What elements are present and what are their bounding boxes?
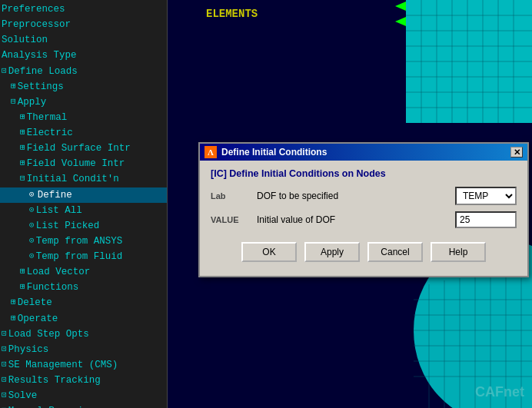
sidebar-prefix-temp-from-fluid: ⊙ (29, 250, 35, 263)
sidebar-label-functions: Functions (27, 280, 79, 294)
dialog-row-lab: Lab DOF to be specified TEMP UX UY UZ (211, 187, 517, 205)
apply-button[interactable]: Apply (304, 242, 360, 262)
sidebar-item-preprocessor[interactable]: Preprocessor (0, 17, 167, 32)
sidebar-label-thermal: Thermal (27, 111, 68, 124)
ok-button[interactable]: OK (241, 242, 297, 262)
sidebar-item-define-loads[interactable]: ⊡ Define Loads (0, 64, 167, 79)
sidebar-label-preprocessor: Preprocessor (2, 18, 71, 32)
sidebar-prefix-define-loads: ⊡ (2, 65, 7, 78)
dialog-title-text: Define Initial Conditions (221, 147, 327, 158)
sidebar-prefix-temp-from-ansys: ⊙ (29, 235, 35, 247)
sidebar-item-delete[interactable]: ⊞ Delete (0, 295, 167, 310)
sidebar-label-define-loads: Define Loads (8, 65, 78, 78)
sidebar-item-field-volume-intr[interactable]: ⊞ Field Volume Intr (0, 156, 167, 171)
main-area: ELEMENTS (168, 0, 532, 408)
dialog-header: [IC] Define Initial Conditions on Nodes (211, 168, 517, 179)
sidebar-item-se-management[interactable]: ⊡ SE Management (CMS) (0, 357, 167, 373)
sidebar-item-operate[interactable]: ⊞ Operate (0, 311, 167, 327)
sidebar-prefix-list-all: ⊙ (29, 204, 35, 217)
sidebar-label-list-picked: List Picked (36, 219, 100, 233)
dialog-row-value: VALUE Initial value of DOF (211, 211, 517, 228)
sidebar-label-load-step-opts: Load Step Opts (8, 327, 89, 341)
dialog-titlebar: Λ Define Initial Conditions ✕ (200, 144, 527, 161)
sidebar-prefix-results-tracking: ⊡ (2, 374, 7, 386)
sidebar-label-settings: Settings (18, 80, 64, 94)
sidebar-label-se-management: SE Management (CMS) (8, 358, 118, 372)
elements-label: ELEMENTS (206, 8, 258, 20)
sidebar-prefix-delete: ⊞ (11, 297, 16, 309)
sidebar-item-field-surface-intr[interactable]: ⊞ Field Surface Intr (0, 141, 167, 156)
sidebar-item-define[interactable]: ⊙ Define (0, 187, 167, 203)
sidebar-label-solve: Solve (8, 389, 38, 403)
sidebar-prefix-field-volume-intr: ⊞ (20, 158, 25, 170)
sidebar-label-temp-from-fluid: Temp from Fluid (36, 250, 123, 264)
sidebar-prefix-electric: ⊞ (20, 127, 25, 139)
sidebar-label-load-vector: Load Vector (27, 265, 91, 279)
sidebar-item-apply[interactable]: ⊟ Apply (0, 95, 167, 110)
sidebar-prefix-load-step-opts: ⊡ (2, 328, 7, 340)
sidebar-item-functions[interactable]: ⊞ Functions (0, 280, 167, 295)
sidebar-item-temp-from-ansys[interactable]: ⊙ Temp from ANSYS (0, 234, 167, 249)
sidebar-item-physics[interactable]: ⊡ Physics (0, 342, 167, 357)
sidebar-item-manual-rezoning[interactable]: ⊡ Manual Rezoning (0, 403, 167, 408)
sidebar-item-solve[interactable]: ⊡ Solve (0, 388, 167, 403)
sidebar-label-solution: Solution (2, 33, 48, 47)
lab-label: Lab (211, 191, 257, 201)
lab-desc: DOF to be specified (257, 191, 455, 201)
sidebar-label-electric: Electric (27, 126, 73, 140)
sidebar-label-temp-from-ansys: Temp from ANSYS (36, 234, 123, 248)
sidebar-label-field-volume-intr: Field Volume Intr (27, 157, 125, 171)
sidebar-prefix-initial-conditn: ⊟ (20, 173, 25, 185)
value-input[interactable] (455, 211, 517, 228)
sidebar-label-preferences: Preferences (2, 2, 65, 16)
dialog-content: [IC] Define Initial Conditions on Nodes … (200, 161, 527, 276)
cancel-button[interactable]: Cancel (367, 242, 423, 262)
sidebar-prefix-define: ⊙ (29, 189, 35, 201)
dof-select[interactable]: TEMP UX UY UZ (455, 187, 517, 205)
sidebar-item-load-vector[interactable]: ⊞ Load Vector (0, 264, 167, 280)
sidebar-item-settings[interactable]: ⊞ Settings (0, 79, 167, 95)
sidebar-label-initial-conditn: Initial Condit'n (27, 172, 119, 186)
sidebar-item-initial-conditn[interactable]: ⊟ Initial Condit'n (0, 171, 167, 187)
sidebar-prefix-thermal: ⊞ (20, 111, 25, 124)
sidebar-item-analysis-type[interactable]: Analysis Type (0, 48, 167, 63)
sidebar-label-define: Define (36, 188, 74, 202)
sidebar-label-list-all: List All (36, 204, 82, 217)
sidebar-item-results-tracking[interactable]: ⊡ Results Tracking (0, 373, 167, 388)
sidebar-item-list-picked[interactable]: ⊙ List Picked (0, 218, 167, 234)
sidebar-label-apply: Apply (18, 95, 47, 109)
sidebar-item-thermal[interactable]: ⊞ Thermal (0, 110, 167, 125)
dialog-title-left: Λ Define Initial Conditions (204, 146, 327, 158)
sidebar-prefix-physics: ⊡ (2, 343, 7, 356)
sidebar-prefix-solve: ⊡ (2, 390, 7, 402)
dialog-close-button[interactable]: ✕ (510, 147, 523, 158)
sidebar-prefix-load-vector: ⊞ (20, 266, 25, 278)
sidebar-label-physics: Physics (8, 343, 49, 357)
dialog-buttons: OK Apply Cancel Help (211, 234, 517, 268)
sidebar-prefix-field-surface-intr: ⊞ (20, 142, 25, 154)
sidebar-label-analysis-type: Analysis Type (2, 48, 77, 62)
sidebar-prefix-se-management: ⊡ (2, 359, 7, 371)
sidebar-prefix-list-picked: ⊙ (29, 220, 35, 232)
sidebar-item-list-all[interactable]: ⊙ List All (0, 203, 167, 218)
dialog-overlay: Λ Define Initial Conditions ✕ [IC] Defin… (198, 142, 529, 277)
sidebar-prefix-operate: ⊞ (11, 313, 16, 325)
sidebar-item-solution[interactable]: Solution (0, 32, 167, 48)
sidebar: PreferencesPreprocessorSolutionAnalysis … (0, 0, 168, 408)
sidebar-item-temp-from-fluid[interactable]: ⊙ Temp from Fluid (0, 249, 167, 264)
sidebar-item-load-step-opts[interactable]: ⊡ Load Step Opts (0, 327, 167, 342)
sidebar-prefix-functions: ⊞ (20, 281, 25, 294)
define-initial-conditions-dialog: Λ Define Initial Conditions ✕ [IC] Defin… (198, 142, 529, 277)
sidebar-item-preferences[interactable]: Preferences (0, 2, 167, 17)
watermark: CAFnet (475, 384, 524, 400)
dialog-icon: Λ (204, 146, 217, 158)
help-button[interactable]: Help (431, 242, 486, 262)
sidebar-prefix-manual-rezoning: ⊡ (2, 405, 7, 408)
value-desc: Initial value of DOF (257, 214, 455, 225)
sidebar-label-manual-rezoning: Manual Rezoning (8, 404, 95, 408)
sidebar-prefix-settings: ⊞ (11, 81, 16, 93)
sidebar-label-results-tracking: Results Tracking (8, 373, 101, 387)
sidebar-item-electric[interactable]: ⊞ Electric (0, 125, 167, 141)
sidebar-label-operate: Operate (18, 312, 58, 326)
mesh-top-right (406, 0, 532, 123)
